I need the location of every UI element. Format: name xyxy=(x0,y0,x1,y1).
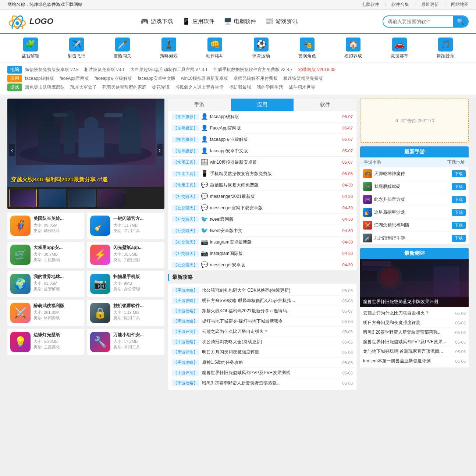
slide-thumb-2[interactable] xyxy=(68,189,96,207)
app-card-0[interactable]: 🦸 美国队长英雄... 大小: 99.85M 类别: 动作格斗 xyxy=(7,213,84,239)
strategy-item: 【手游攻略】 坎公骑冠剑攻略大全(持续更新) 05-06 xyxy=(170,337,355,347)
slide-next-button[interactable]: › xyxy=(157,144,162,156)
app-name-8: 边缘灯光壁纸 xyxy=(33,332,81,338)
app-category-8: 类别: 主题美化 xyxy=(33,344,81,350)
app-card-1[interactable]: 🧹 一键闪清官方... 大小: 11.7MB 类别: 常用工具 xyxy=(87,213,164,239)
search-input[interactable] xyxy=(383,17,453,26)
review-item-2: 暗黑3 20赛季野蛮人新套装野蛮部落强... 05-06 xyxy=(362,328,467,337)
app-card-3[interactable]: ⚡ 闪光壁纸app... 大小: 35.5MB 类别: 拍照摄影 xyxy=(87,242,164,268)
app-category-9: 类别: 常用工具 xyxy=(113,344,161,350)
app-link-3[interactable]: faceapp安卓中文版 xyxy=(138,75,175,82)
slide-prev-button[interactable]: ‹ xyxy=(9,144,15,156)
category-shooting[interactable]: ✈️ 射击飞行 xyxy=(62,38,91,59)
logo[interactable]: LOGO xyxy=(7,14,55,29)
tab-software[interactable]: 软件 xyxy=(294,99,356,111)
download-btn-4[interactable]: 下载 xyxy=(452,222,466,229)
pc-link-4[interactable]: xp装机版 v2018.05 xyxy=(298,67,335,73)
list-item: 【常用工具】 💬 微信照片恢复大师免费版 04-30 xyxy=(170,180,355,191)
game-link-4[interactable]: 当孤僻之人遇上青春生活 xyxy=(175,84,224,90)
category-adventure[interactable]: 🗡️ 冒险闯关 xyxy=(108,38,137,59)
app-card-9[interactable]: 🔧 万能小组件安... 大小: 17.2MB 类别: 常用工具 xyxy=(87,329,164,355)
search-button[interactable]: 🔍 xyxy=(453,16,468,27)
slide-soldiers-svg xyxy=(7,99,164,165)
game-links-list: 黑色突击队猎鹰部队 玩具大军盒子 死宅天使和甜蜜的家庭 徒花异谭 当孤僻之人遇上… xyxy=(25,84,315,90)
list-item: 【社交聊天】 🐦 tweet官网版 04-30 xyxy=(170,214,355,225)
category-dance[interactable]: 🎵 舞蹈音乐 xyxy=(431,38,460,59)
nav-app-software[interactable]: 📱 应用软件 xyxy=(182,17,214,25)
svg-point-10 xyxy=(84,117,99,132)
app-link-0[interactable]: faceapp破解版 xyxy=(25,75,54,82)
app-link-4[interactable]: win10模拟器最新安卓版 xyxy=(181,75,228,82)
link-software-collection[interactable]: 软件合集 xyxy=(391,1,409,8)
tab-mobile[interactable]: 手游 xyxy=(168,99,231,111)
review-item-3: 魔兽世界怀旧服盗贼风剑PVP及PVE效果... 05-06 xyxy=(362,337,467,347)
pc-link-3[interactable]: 互盾手机数据恢复软件官方免费版 v2.8.7 xyxy=(213,67,293,73)
strategy-icon: ♟️ xyxy=(161,38,176,51)
game-link-3[interactable]: 徒花异谭 xyxy=(152,84,170,90)
list-item: 【社交聊天】 💬 messenger安卓版 04-30 xyxy=(170,259,355,270)
download-btn-5[interactable]: 下载 xyxy=(452,235,466,242)
category-sports[interactable]: ⚽ 体育运动 xyxy=(246,38,276,59)
tab-app[interactable]: 应用 xyxy=(231,99,294,111)
svg-rect-11 xyxy=(104,113,122,117)
latest-games-header: 最新手游 xyxy=(360,146,469,157)
app-category-0: 类别: 动作格斗 xyxy=(33,228,81,234)
strategy-section-title: 最新攻略 xyxy=(168,274,356,281)
category-puzzle[interactable]: 🧩 益智解谜 xyxy=(16,38,45,59)
download-btn-1[interactable]: 下载 xyxy=(452,183,466,190)
game-link-5[interactable]: 挖矿我最强 xyxy=(229,84,251,90)
app-card-6[interactable]: ⚔️ 醉萌武侠福利版 大小: 261.80M 类别: 休闲游戏 xyxy=(7,300,84,326)
svg-rect-12 xyxy=(38,124,60,157)
app-link-6[interactable]: 极速恢复精灵免费版 xyxy=(283,75,323,82)
link-sitemap[interactable]: 网站地图 xyxy=(451,1,469,8)
game-link-1[interactable]: 玩具大军盒子 xyxy=(70,84,97,90)
category-racing[interactable]: 🚗 竞技赛车 xyxy=(385,38,414,59)
app-link-2[interactable]: faceapp专业破解版 xyxy=(95,75,132,82)
game-thumb-4: ⚔️ xyxy=(363,221,372,230)
svg-point-3 xyxy=(15,21,19,25)
slide-thumb-3[interactable] xyxy=(97,189,125,207)
app-link-5[interactable]: 卓师兄破解不用付费版 xyxy=(234,75,278,82)
game-link-7[interactable]: 战斗积木世界 xyxy=(289,84,315,90)
pc-link-0[interactable]: 短信恢复免费版安卓版 v2.8 xyxy=(25,67,79,73)
ad-box: id_2广告位-290*170 xyxy=(360,99,469,143)
nav-pc-software[interactable]: 🖥️ 电脑软件 xyxy=(224,17,256,25)
category-strategy[interactable]: ♟️ 策略游戏 xyxy=(154,38,184,59)
app-card-7[interactable]: 🔒 挂机锁屏软件... 大小: 1.19 MB 类别: 应用工具 xyxy=(87,300,164,326)
review-item-5: temtem本第一腾兽盖亚斯强度评测 05-06 xyxy=(362,356,467,366)
nav-game-news[interactable]: 📰 游戏资讯 xyxy=(265,17,298,25)
download-btn-3[interactable]: 下载 xyxy=(452,209,466,216)
nav-game-download[interactable]: 🎮 游戏下载 xyxy=(141,17,173,25)
category-action[interactable]: 👊 动作格斗 xyxy=(200,38,230,59)
action-icon: 👊 xyxy=(207,38,222,51)
review-item-0: 云顶之弈为什么比刀塔自走棋火？ 05-06 xyxy=(362,309,467,318)
strategy-item: 【手游攻略】 明日方舟SV9攻略 麒麟单核低配3人5步挂机指... 05-08 xyxy=(170,296,355,306)
slide-thumb-0[interactable] xyxy=(9,189,37,207)
app-link-1[interactable]: faceApp官网版 xyxy=(60,75,89,82)
game-link-6[interactable]: 我的学园生活 xyxy=(257,84,283,90)
app-card-5[interactable]: 📷 扫描星手机版 大小: 9MB 类别: 办公管理 xyxy=(87,271,164,297)
center-tabs: 手游 应用 软件 xyxy=(168,99,356,111)
download-btn-0[interactable]: 下载 xyxy=(452,170,466,177)
link-recent-updates[interactable]: 最近更新 xyxy=(421,1,439,8)
app-card-8[interactable]: 💡 边缘灯光壁纸 大小: 5.26MB 类别: 主题美化 xyxy=(7,329,84,355)
category-role[interactable]: 🎭 扮演角色 xyxy=(292,38,322,59)
slide-thumb-1[interactable] xyxy=(39,189,66,207)
app-card-4[interactable]: 🌍 我的世界地球... 大小: 63.35M 类别: 益智解谜 xyxy=(7,271,84,297)
download-btn-2[interactable]: 下载 xyxy=(452,196,466,203)
review-section: 最新测评 魔兽世界怀旧服牧师蓝龙卡牌效果评测 云顶之弈为什么 xyxy=(360,248,469,367)
review-main-image[interactable]: 魔兽世界怀旧服牧师蓝龙卡牌效果评测 xyxy=(360,259,469,307)
app-icon-6: ⚔️ xyxy=(10,303,31,323)
category-simulation[interactable]: 🏠 模拟养成 xyxy=(338,38,368,59)
game-link-2[interactable]: 死宅天使和甜蜜的家庭 xyxy=(102,84,146,90)
app-card-2[interactable]: 🛒 大积里app安... 大小: 38.7MB 类别: 手机购物 xyxy=(7,242,84,268)
app-icon-9: 🔧 xyxy=(90,332,110,352)
shooting-icon: ✈️ xyxy=(69,38,84,51)
link-pc-software[interactable]: 电脑软件 xyxy=(362,1,379,8)
pc-link-2[interactable]: 大白菜超级u盘启动制作工具官网 v7.3.1 xyxy=(130,67,208,73)
pc-link-1[interactable]: 相片恢复免费版 v3.1 xyxy=(84,67,125,73)
latest-games-section: 最新手游 手游名称 下载地址 🎮 天御乾坤神魔传 下载 🎮 我屁股黥斌硬 下载 xyxy=(360,146,469,244)
center-column: 手游 应用 软件 【拍照摄影】 👤 faceapp破解版 05-07 【拍照摄影… xyxy=(168,99,356,390)
game-link-0[interactable]: 黑色突击队猎鹰部队 xyxy=(25,84,65,90)
game-row-1: 🎮 我屁股黥斌硬 下载 xyxy=(360,180,469,193)
